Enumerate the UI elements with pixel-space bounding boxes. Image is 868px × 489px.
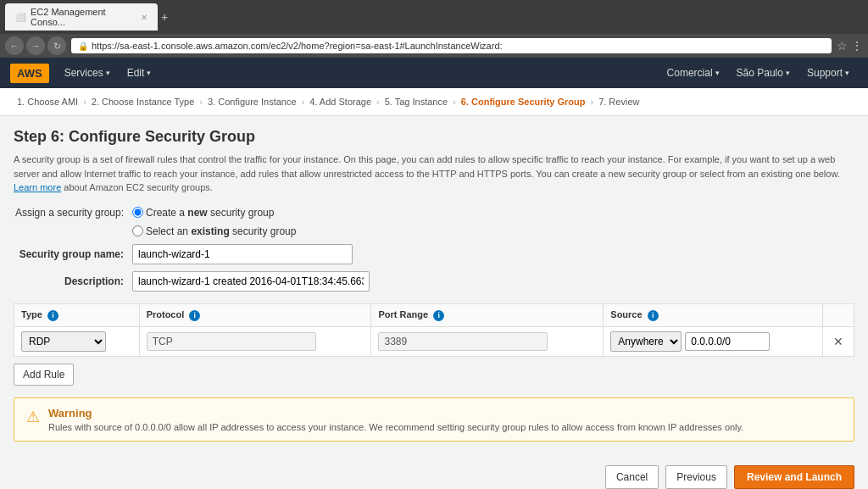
region-nav-item[interactable]: Comercial ▾ [659, 58, 728, 88]
wizard-step-7[interactable]: 7. Review [595, 95, 643, 108]
services-nav-item[interactable]: Services ▾ [56, 58, 119, 88]
type-info-icon[interactable]: i [47, 310, 58, 321]
remove-cell: ✕ [823, 326, 854, 356]
new-tab-button[interactable]: + [161, 10, 168, 24]
browser-tabs: ⬜ EC2 Management Conso... ✕ + [5, 3, 168, 31]
port-range-column-header: Port Range i [371, 303, 604, 326]
type-column-header: Type i [14, 303, 140, 326]
security-group-radio-group: Create a new security group [132, 207, 284, 219]
services-chevron-icon: ▾ [106, 69, 110, 77]
warning-text: Rules with source of 0.0.0.0/0 allow all… [48, 422, 743, 432]
refresh-button[interactable]: ↻ [47, 36, 66, 55]
add-rule-button[interactable]: Add Rule [14, 364, 74, 386]
forward-button[interactable]: → [26, 36, 45, 55]
previous-button[interactable]: Previous [665, 465, 727, 489]
location-chevron-icon: ▾ [786, 69, 790, 77]
warning-title: Warning [48, 407, 743, 420]
location-nav-item[interactable]: São Paulo ▾ [728, 58, 798, 88]
page-title: Step 6: Configure Security Group [14, 128, 854, 146]
wizard-steps-bar: 1. Choose AMI › 2. Choose Instance Type … [0, 88, 868, 116]
page-description: A security group is a set of firewall ru… [14, 153, 854, 195]
tab-close-icon[interactable]: ✕ [141, 13, 147, 22]
select-existing-radio-option[interactable]: Select an existing security group [132, 225, 296, 237]
step-sep-3: › [302, 97, 305, 107]
cancel-button[interactable]: Cancel [605, 465, 659, 489]
menu-icon[interactable]: ⋮ [851, 39, 863, 53]
assign-label: Assign a security group: [14, 207, 132, 219]
wizard-step-1[interactable]: 1. Choose AMI [14, 95, 81, 108]
rules-table-header-row: Type i Protocol i Port Range i Source i [14, 303, 854, 326]
wizard-step-3[interactable]: 3. Configure Instance [204, 95, 300, 108]
step-sep-4: › [376, 97, 380, 107]
edit-chevron-icon: ▾ [147, 69, 151, 77]
url-text: https://sa-east-1.console.aws.amazon.com… [92, 41, 503, 51]
nav-buttons: ← → ↻ [5, 36, 66, 55]
footer-actions: Cancel Previous Review and Launch [0, 455, 868, 489]
region-chevron-icon: ▾ [715, 69, 720, 77]
create-new-label: Create a new security group [146, 207, 274, 219]
learn-more-link[interactable]: Learn more [14, 182, 61, 192]
create-new-radio-option[interactable]: Create a new security group [132, 207, 274, 219]
source-value-input[interactable] [685, 332, 770, 351]
step-sep-5: › [453, 97, 456, 107]
description-input[interactable] [132, 271, 370, 292]
wizard-step-6[interactable]: 6. Configure Security Group [458, 95, 589, 108]
source-info-icon[interactable]: i [648, 310, 659, 321]
tab-title: EC2 Management Conso... [31, 7, 136, 27]
support-nav-item[interactable]: Support ▾ [798, 58, 858, 88]
wizard-step-5[interactable]: 5. Tag Instance [381, 95, 451, 108]
browser-actions: ☆ ⋮ [837, 39, 863, 53]
protocol-cell [139, 326, 371, 356]
main-content: Step 6: Configure Security Group A secur… [0, 116, 868, 455]
ssl-lock-icon: 🔒 [78, 42, 88, 51]
source-cell: Anywhere [604, 326, 823, 356]
step-sep-6: › [590, 97, 593, 107]
back-button[interactable]: ← [5, 36, 24, 55]
protocol-input [147, 332, 316, 351]
security-group-name-row: Security group name: [14, 244, 854, 264]
step-sep-1: › [83, 97, 86, 107]
source-column-header: Source i [604, 303, 823, 326]
wizard-step-4[interactable]: 4. Add Storage [306, 95, 375, 108]
table-row: RDP Anywhere [14, 326, 854, 356]
rules-section: Type i Protocol i Port Range i Source i [14, 303, 854, 357]
bookmark-icon[interactable]: ☆ [837, 39, 848, 53]
warning-content: Warning Rules with source of 0.0.0.0/0 a… [48, 407, 743, 432]
aws-top-nav: AWS Services ▾ Edit ▾ Comercial ▾ São Pa… [0, 58, 868, 88]
remove-column-header [823, 303, 854, 326]
remove-rule-button[interactable]: ✕ [830, 333, 847, 350]
assign-security-group-row: Assign a security group: Create a new se… [14, 207, 854, 219]
type-select[interactable]: RDP [21, 331, 106, 352]
warning-icon: ⚠ [26, 408, 40, 426]
security-group-name-input[interactable] [132, 244, 353, 264]
name-label: Security group name: [14, 248, 132, 260]
type-cell: RDP [14, 326, 140, 356]
port-range-info-icon[interactable]: i [433, 310, 444, 321]
aws-logo: AWS [10, 64, 49, 83]
address-bar-row: ← → ↻ 🔒 https://sa-east-1.console.aws.am… [0, 34, 868, 58]
description-row: Description: [14, 271, 854, 292]
rules-table: Type i Protocol i Port Range i Source i [14, 303, 854, 357]
edit-nav-item[interactable]: Edit ▾ [119, 58, 160, 88]
wizard-step-2[interactable]: 2. Choose Instance Type [88, 95, 198, 108]
browser-chrome: ⬜ EC2 Management Conso... ✕ + [0, 0, 868, 34]
review-and-launch-button[interactable]: Review and Launch [734, 465, 854, 489]
port-range-cell [371, 326, 604, 356]
select-existing-label: Select an existing security group [146, 225, 296, 237]
warning-box: ⚠ Warning Rules with source of 0.0.0.0/0… [14, 397, 854, 442]
port-range-input [378, 332, 548, 351]
active-browser-tab[interactable]: ⬜ EC2 Management Conso... ✕ [5, 3, 158, 31]
aws-nav-right: Comercial ▾ São Paulo ▾ Support ▾ [659, 58, 858, 88]
support-chevron-icon: ▾ [845, 69, 849, 77]
select-existing-radio[interactable] [132, 225, 143, 236]
create-new-radio[interactable] [132, 207, 143, 218]
address-bar[interactable]: 🔒 https://sa-east-1.console.aws.amazon.c… [71, 38, 832, 53]
source-select[interactable]: Anywhere [610, 331, 682, 352]
description-label: Description: [14, 275, 132, 287]
source-container: Anywhere [610, 331, 815, 352]
select-existing-row: Select an existing security group [132, 225, 854, 237]
protocol-column-header: Protocol i [139, 303, 371, 326]
step-sep-2: › [199, 97, 203, 107]
protocol-info-icon[interactable]: i [189, 310, 200, 321]
